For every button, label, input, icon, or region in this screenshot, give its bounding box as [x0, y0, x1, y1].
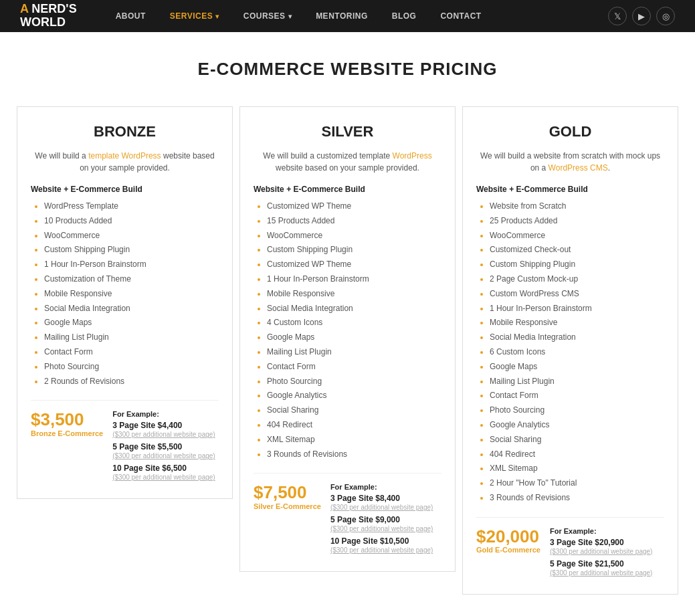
list-item: Custom WordPress CMS: [490, 288, 664, 300]
silver-section-header: Website + E-Commerce Build: [254, 185, 441, 194]
gold-pricing-box: $20,000Gold E-CommerceFor Example:3 Page…: [476, 517, 664, 581]
list-item: Customized WP Theme: [267, 201, 441, 212]
silver-price: $7,500: [254, 483, 321, 502]
list-item: Mailing List Plugin: [44, 332, 219, 343]
list-item: Google Analytics: [490, 419, 664, 431]
list-item: Google Analytics: [267, 390, 441, 401]
nav-links: ABOUT SERVICES ▾ COURSES ▾ MENTORING BLO…: [104, 0, 608, 32]
list-item: Contact Form: [44, 346, 219, 358]
gold-description: We will build a website from scratch wit…: [476, 150, 664, 174]
list-item: Custom Shipping Plugin: [267, 244, 441, 255]
example-item: 3 Page Site $4,400: [112, 421, 219, 430]
list-item: Customized Check-out: [490, 244, 664, 255]
silver-title: SILVER: [254, 123, 441, 140]
gold-section-header: Website + E-Commerce Build: [476, 185, 664, 194]
nav-blog[interactable]: BLOG: [380, 0, 429, 32]
list-item: Mobile Responsive: [267, 288, 441, 300]
chevron-down-icon: ▾: [215, 13, 219, 20]
list-item: Mailing List Plugin: [490, 376, 664, 387]
bronze-example-label: For Example:: [112, 410, 219, 418]
example-note: ($300 per additional website page): [112, 474, 219, 481]
nav-mentoring[interactable]: MENTORING: [304, 0, 380, 32]
list-item: Contact Form: [490, 390, 664, 401]
bronze-price: $3,500: [31, 410, 103, 429]
list-item: 1 Hour In-Person Brainstorm: [490, 303, 664, 314]
list-item: Mobile Responsive: [490, 317, 664, 328]
example-item: 10 Page Site $10,500: [330, 536, 441, 546]
bronze-price-col: $3,500Bronze E-Commerce: [31, 410, 103, 437]
list-item: XML Sitemap: [490, 463, 664, 474]
list-item: 4 Custom Icons: [267, 317, 441, 328]
twitter-icon[interactable]: 𝕏: [608, 7, 627, 25]
example-item: 3 Page Site $20,900: [550, 538, 664, 547]
list-item: 3 Rounds of Revisions: [267, 449, 441, 460]
list-item: Social Sharing: [490, 434, 664, 445]
bronze-description: We will build a template WordPress websi…: [31, 150, 219, 174]
example-note: ($300 per additional website page): [112, 452, 219, 459]
gold-feature-list: Website from Scratch25 Products AddedWoo…: [476, 201, 664, 504]
silver-price-col: $7,500Silver E-Commerce: [254, 483, 321, 510]
nav-about[interactable]: ABOUT: [104, 0, 158, 32]
list-item: 2 Rounds of Revisions: [44, 376, 219, 387]
list-item: WordPress Template: [44, 201, 219, 212]
list-item: Google Maps: [267, 332, 441, 343]
list-item: Website from Scratch: [490, 201, 664, 212]
silver-description: We will build a customized template Word…: [254, 150, 441, 174]
list-item: Customization of Theme: [44, 274, 219, 285]
example-note: ($300 per additional website page): [330, 504, 441, 511]
youtube-icon[interactable]: ▶: [632, 7, 651, 25]
bronze-feature-list: WordPress Template10 Products AddedWooCo…: [31, 201, 219, 387]
list-item: 1 Hour In-Person Brainstorm: [44, 259, 219, 270]
list-item: XML Sitemap: [267, 434, 441, 445]
nav-contact[interactable]: CONTACT: [428, 0, 493, 32]
nav-courses[interactable]: COURSES ▾: [231, 0, 304, 32]
list-item: Social Media Integration: [490, 332, 664, 343]
example-item: 5 Page Site $5,500: [112, 442, 219, 451]
example-item: 10 Page Site $6,500: [112, 464, 219, 473]
list-item: WooCommerce: [44, 230, 219, 241]
pricing-card-gold: GOLDWe will build a website from scratch…: [462, 106, 678, 595]
list-item: Custom Shipping Plugin: [490, 259, 664, 270]
list-item: Photo Sourcing: [490, 405, 664, 416]
list-item: Google Maps: [44, 317, 219, 328]
list-item: Customized WP Theme: [267, 259, 441, 270]
example-note: ($300 per additional website page): [112, 431, 219, 438]
silver-pricing-box: $7,500Silver E-CommerceFor Example:3 Pag…: [254, 473, 441, 558]
list-item: 404 Redirect: [490, 449, 664, 460]
silver-examples: For Example:3 Page Site $8,400($300 per …: [330, 483, 441, 558]
list-item: Photo Sourcing: [44, 361, 219, 373]
instagram-icon[interactable]: ◎: [656, 7, 675, 25]
list-item: Photo Sourcing: [267, 376, 441, 387]
list-item: Social Media Integration: [44, 303, 219, 314]
gold-title: GOLD: [476, 123, 664, 140]
site-logo[interactable]: A NERD'SWORLD: [20, 3, 77, 29]
social-icons: 𝕏 ▶ ◎: [608, 7, 675, 25]
pricing-card-bronze: BRONZEWe will build a template WordPress…: [17, 106, 233, 499]
list-item: 3 Rounds of Revisions: [490, 492, 664, 504]
list-item: Mobile Responsive: [44, 288, 219, 300]
list-item: WooCommerce: [267, 230, 441, 241]
list-item: 1 Hour In-Person Brainstorm: [267, 274, 441, 285]
example-note: ($300 per additional website page): [330, 546, 441, 554]
pricing-card-silver: SILVERWe will build a customized templat…: [239, 106, 456, 572]
page-content: E-COMMERCE WEBSITE PRICING BRONZEWe will…: [0, 32, 695, 616]
list-item: 2 Page Custom Mock-up: [490, 274, 664, 285]
example-item: 5 Page Site $9,000: [330, 515, 441, 524]
bronze-pricing-box: $3,500Bronze E-CommerceFor Example:3 Pag…: [31, 400, 219, 485]
gold-price-col: $20,000Gold E-Commerce: [476, 527, 540, 554]
example-note: ($300 per additional website page): [550, 548, 664, 555]
list-item: Custom Shipping Plugin: [44, 244, 219, 255]
example-item: 5 Page Site $21,500: [550, 559, 664, 569]
gold-example-label: For Example:: [550, 527, 664, 535]
list-item: Social Media Integration: [267, 303, 441, 314]
example-note: ($300 per additional website page): [550, 569, 664, 577]
silver-example-label: For Example:: [330, 483, 441, 491]
list-item: 2 Hour "How To" Tutorial: [490, 478, 664, 489]
list-item: Mailing List Plugin: [267, 346, 441, 358]
bronze-price-label: Bronze E-Commerce: [31, 429, 103, 437]
list-item: 404 Redirect: [267, 419, 441, 431]
list-item: 10 Products Added: [44, 215, 219, 227]
nav-services[interactable]: SERVICES ▾: [158, 0, 231, 32]
chevron-down-icon: ▾: [288, 13, 292, 20]
example-item: 3 Page Site $8,400: [330, 494, 441, 503]
